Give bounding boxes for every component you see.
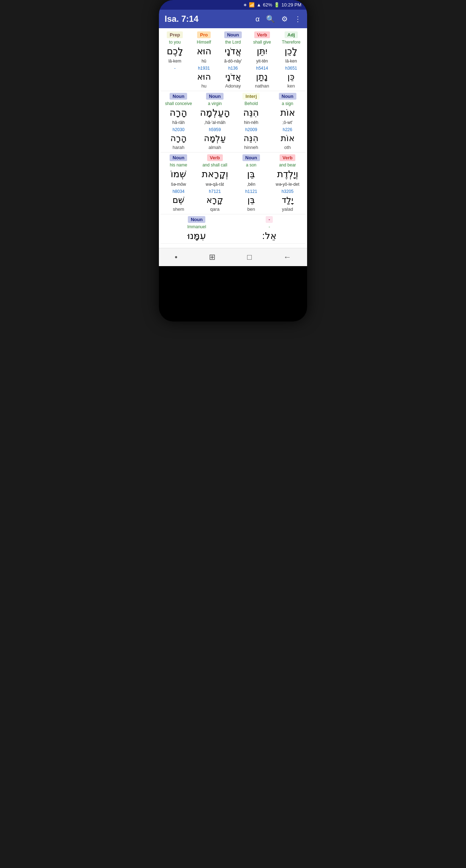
base-heb-row-3: יָלַד בֵּן קָרָא שֵׁם [160, 195, 306, 205]
pos-noun-r3-1: Noun [233, 154, 270, 161]
verse-row-3: Verb Noun Verb Noun and bear a son [160, 154, 306, 214]
gloss-the-lord: the Lord [219, 38, 247, 45]
hebrew-almah[interactable]: הָעַלְמָה [197, 107, 233, 119]
pos-noun-1: Noun [219, 31, 247, 38]
strongs-row-1: h3651 h5414 h136 h1931 - [160, 64, 306, 71]
nav-back[interactable]: ← [284, 253, 291, 262]
strongs-h1121[interactable]: h1121 [233, 188, 270, 195]
hebrew-row-4: אֵל׃ עִמָּנוּ [160, 230, 306, 242]
strongs-h226[interactable]: h226 [269, 126, 306, 133]
strongs-h3205[interactable]: h3205 [269, 188, 306, 195]
strongs-row-2: h226 h2009 h5959 h2030 [160, 126, 306, 133]
pos-verb-r3-2: Verb [197, 154, 233, 161]
translit-yitten: yit-tên [247, 57, 276, 64]
base-trans-ben: ben [233, 205, 270, 213]
translit-ot: 'ō-wt; [269, 119, 306, 126]
base-trans-empty [160, 85, 189, 86]
page-title: Isa. 7:14 [165, 14, 199, 24]
strongs-h8034[interactable]: h8034 [160, 188, 197, 195]
base-trans-yalad: yalad [269, 205, 306, 213]
base-trans-almah: almah [197, 144, 233, 151]
strongs-h5959[interactable]: h5959 [197, 126, 233, 133]
translit-lakem: lā-kem [160, 57, 189, 64]
base-trans-row-1: ken nathan Adonay hu [160, 82, 306, 89]
translit-almah: hā-'al-māh, [197, 119, 233, 126]
hebrew-ben[interactable]: בֵּן [233, 168, 270, 180]
base-trans-ken: ken [277, 82, 306, 89]
alpha-icon[interactable]: α [255, 15, 260, 23]
gloss-behold: Behold [233, 100, 270, 107]
hebrew-shmo[interactable]: שְׁמוֹ [160, 168, 197, 180]
strongs-h136[interactable]: h136 [219, 64, 247, 71]
hebrew-yitten[interactable]: יִתֵּן [247, 45, 276, 57]
verse-row-1: Adj Verb Noun Pro Prep Therefore [160, 31, 306, 91]
nav-menu[interactable]: ⊞ [209, 253, 215, 262]
translit-harah: hā-rāh [160, 119, 197, 126]
translit-hu: hū [189, 57, 218, 64]
hebrew-adonai[interactable]: אֲדֹנָי [219, 45, 247, 57]
pos-noun-r2-2: Noun [197, 93, 233, 100]
strongs-h7121[interactable]: h7121 [197, 188, 233, 195]
pos-dash-r4: - [233, 216, 306, 223]
settings-icon[interactable]: ⚙ [281, 15, 288, 23]
hebrew-hu[interactable]: הוּא [189, 45, 218, 57]
base-trans-natan: nathan [247, 82, 276, 89]
verse-row-4: - Noun - Immanuel אֵל׃ עִמָּנוּ [160, 216, 306, 244]
pos-interj: Interj [233, 93, 270, 100]
nav-dot[interactable]: • [175, 253, 177, 262]
nav-square[interactable]: □ [247, 253, 252, 262]
hebrew-el[interactable]: אֵל׃ [233, 230, 306, 242]
more-icon[interactable]: ⋮ [294, 15, 301, 23]
pos-adj: Adj [277, 31, 306, 38]
hebrew-hinneh[interactable]: הִנֵּה [233, 107, 270, 119]
gloss-himself: Himself [189, 38, 218, 45]
strongs-h3651[interactable]: h3651 [277, 64, 306, 71]
pos-noun-r4: Noun [160, 216, 233, 223]
gloss-call: and shall call [197, 161, 233, 168]
strongs-h1931[interactable]: h1931 [189, 64, 218, 71]
header-icons: α 🔍 ⚙ ⋮ [255, 15, 301, 23]
translit-row-1: lā-ken yit-tên 'ă-dō-nāy hū lā-kem [160, 57, 306, 64]
strongs-dash: - [160, 64, 189, 71]
hebrew-weyoledet[interactable]: וְיָלְדֶת [269, 168, 306, 180]
hebrew-laken[interactable]: לָכֵן [277, 45, 306, 57]
hebrew-immanu[interactable]: עִמָּנוּ [160, 230, 233, 242]
base-natan: נָתַן [247, 71, 276, 82]
status-icons: ∗ 📶 ▲ 62% 🔋 10:29 PM [243, 2, 301, 8]
hebrew-vekarat[interactable]: וְקָרָאת [197, 168, 233, 180]
clock: 10:29 PM [281, 2, 301, 8]
base-trans-row-3: yalad ben qara shem [160, 205, 306, 213]
gloss-conceive: shall conceive [160, 100, 197, 107]
gloss-row-1: Therefore shall give the Lord Himself to… [160, 38, 306, 45]
gloss-sign: a sign [269, 100, 306, 107]
battery-icon: 🔋 [274, 2, 280, 8]
gloss-row-3: and bear a son and shall call his name [160, 161, 306, 168]
gloss-row-2: a sign Behold a virgin shall conceive [160, 100, 306, 107]
wifi-icon: 📶 [249, 2, 255, 8]
hebrew-lakem[interactable]: לָכֶם [160, 45, 189, 57]
hebrew-row-3: וְיָלְדֶת בֵּן וְקָרָאת שְׁמוֹ [160, 168, 306, 180]
gloss-shall-give: shall give [247, 38, 276, 45]
signal-icon: ▲ [256, 2, 261, 8]
battery-level: 62% [263, 2, 272, 8]
search-icon[interactable]: 🔍 [266, 15, 275, 23]
translit-row-3: wə-yō-le-det bên, wə-qā-rāt šə-mōw [160, 180, 306, 188]
hebrew-ot[interactable]: אוֹת [269, 107, 306, 119]
base-qara: קָרָא [197, 195, 233, 205]
base-trans-adonay: Adonay [219, 82, 247, 89]
strongs-h2030[interactable]: h2030 [160, 126, 197, 133]
base-shem: שֵׁם [160, 195, 197, 205]
gloss-immanuel: Immanuel [160, 223, 233, 230]
strongs-h5414[interactable]: h5414 [247, 64, 276, 71]
translit-shmo: šə-mōw [160, 180, 197, 188]
bluetooth-icon: ∗ [243, 2, 247, 8]
strongs-h2009[interactable]: h2009 [233, 126, 270, 133]
hebrew-harah[interactable]: הָרָה [160, 107, 197, 119]
pos-verb: Verb [247, 31, 276, 38]
pos-row-4: - Noun [160, 216, 306, 223]
gloss-row-4: - Immanuel [160, 223, 306, 230]
translit-laken: lā-ken [277, 57, 306, 64]
base-heb-row-1: כֵּן נָתַן אֲדֹנָי הוּא [160, 71, 306, 82]
base-ot: אוֹת [269, 133, 306, 144]
base-trans-hinneh: hinneh [233, 144, 270, 151]
